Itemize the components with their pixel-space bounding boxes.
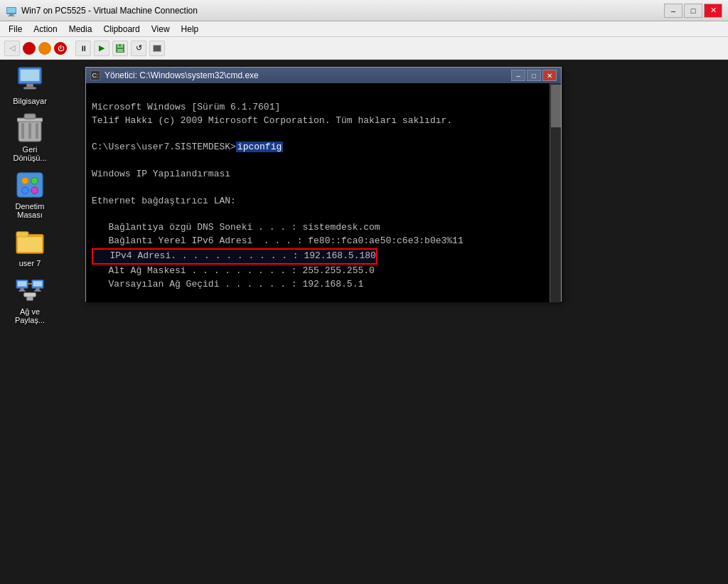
cmd-icon: C: <box>90 70 100 80</box>
svg-rect-11 <box>21 70 40 81</box>
toolbar: ◁ ⏻ ⏸ ▶ ↺ <box>0 37 728 60</box>
desktop-icon-network[interactable]: Ağ vePaylaş... <box>6 276 54 324</box>
recycle-icon-label: GeriDönüşü... <box>13 145 46 162</box>
toolbar-save[interactable] <box>112 41 128 56</box>
cmd-ipconfig-highlight: ipconfig <box>236 142 283 152</box>
user-folder-icon <box>16 228 44 256</box>
svg-rect-33 <box>33 281 43 286</box>
svg-point-23 <box>22 187 29 194</box>
desktop: Bilgisayar GeriDönüşü... <box>0 60 728 584</box>
cmd-line-4 <box>92 155 97 166</box>
svg-rect-34 <box>36 288 39 290</box>
desktop-icon-ctrlpanel[interactable]: DenetimMasası <box>6 171 54 219</box>
toolbar-back[interactable]: ◁ <box>4 41 20 56</box>
cmd-prompt-line: C:\Users\user7.SISTEMDESK>ipconfig <box>92 142 283 152</box>
cmd-maximize-btn[interactable]: □ <box>527 70 541 81</box>
menu-file[interactable]: File <box>3 23 28 36</box>
cmd-scrollbar[interactable] <box>550 83 561 302</box>
cmd-line-8 <box>92 209 97 220</box>
svg-rect-5 <box>117 49 123 52</box>
window-title: Win7 on PC5525 - Virtual Machine Connect… <box>21 6 664 16</box>
toolbar-revert[interactable]: ↺ <box>131 41 146 56</box>
cmd-line-10: Bağlantı Yerel IPv6 Adresi . . . : fe80:… <box>92 235 464 246</box>
toolbar-pause[interactable]: ⏸ <box>75 41 91 56</box>
svg-rect-2 <box>9 14 14 16</box>
svg-point-22 <box>31 178 38 185</box>
cmd-line-9: Bağlantıya özgü DNS Soneki . . . : siste… <box>92 222 380 233</box>
ctrlpanel-icon <box>16 171 44 199</box>
cmd-title-controls: – □ ✕ <box>511 70 557 81</box>
cmd-window: C: Yönetici: C:\Windows\system32\cmd.exe… <box>85 67 562 302</box>
recycle-icon <box>16 114 44 142</box>
svg-rect-38 <box>24 293 36 297</box>
menu-help[interactable]: Help <box>176 23 205 36</box>
toolbar-snapshot[interactable] <box>149 41 165 56</box>
cmd-line-6 <box>92 182 97 193</box>
computer-icon-label: Bilgisayar <box>13 97 47 105</box>
close-button[interactable]: ✕ <box>704 4 722 18</box>
cmd-line-13: Varsayılan Ağ Geçidi . . . . . . : 192.1… <box>92 279 363 290</box>
cmd-title-text: Yönetici: C:\Windows\system32\cmd.exe <box>105 70 511 80</box>
svg-rect-13 <box>23 87 36 89</box>
cmd-line-7: Ethernet bağdaştırıcı LAN: <box>92 196 236 206</box>
cmd-body[interactable]: Microsoft Windows [Sürüm 6.1.7601] Telif… <box>86 83 561 302</box>
cmd-title-bar: C: Yönetici: C:\Windows\system32\cmd.exe… <box>86 68 561 83</box>
desktop-icon-computer[interactable]: Bilgisayar <box>6 65 54 105</box>
svg-rect-30 <box>20 288 23 290</box>
network-icon <box>16 276 44 304</box>
desktop-icon-recycle[interactable]: GeriDönüşü... <box>6 114 54 162</box>
window-icon <box>6 5 17 16</box>
cmd-line-12: Alt Ağ Maskesi . . . . . . . . . : 255.2… <box>92 265 375 276</box>
window-controls: – □ ✕ <box>664 4 722 18</box>
network-icon-label: Ağ vePaylaş... <box>15 307 45 324</box>
svg-rect-9 <box>154 46 161 51</box>
menu-action[interactable]: Action <box>28 23 63 36</box>
minimize-button[interactable]: – <box>664 4 682 18</box>
svg-rect-31 <box>19 290 26 292</box>
svg-rect-27 <box>18 237 42 252</box>
svg-rect-3 <box>8 16 15 16</box>
svg-rect-15 <box>21 123 24 139</box>
cmd-line-14 <box>92 292 97 302</box>
svg-rect-26 <box>16 232 28 238</box>
cmd-scroll-thumb <box>551 85 561 127</box>
svg-rect-1 <box>7 8 16 13</box>
toolbar-power[interactable]: ⏻ <box>54 42 67 55</box>
svg-rect-12 <box>26 84 33 87</box>
title-bar: Win7 on PC5525 - Virtual Machine Connect… <box>0 0 728 21</box>
menu-media[interactable]: Media <box>63 23 98 36</box>
cmd-minimize-btn[interactable]: – <box>511 70 525 81</box>
toolbar-stop-orange[interactable] <box>38 42 51 55</box>
toolbar-stop-red[interactable] <box>23 42 36 55</box>
svg-point-24 <box>31 187 38 194</box>
user-folder-icon-label: user 7 <box>19 259 41 267</box>
computer-icon <box>16 65 44 94</box>
cmd-line-5: Windows IP Yapılandırması <box>92 169 230 179</box>
main-area: Bilgisayar GeriDönüşü... <box>0 60 728 584</box>
svg-rect-20 <box>17 173 43 197</box>
menu-view[interactable]: View <box>146 23 176 36</box>
cmd-ip-highlight: IPv4 Adresi. . . . . . . . . . . : 192.1… <box>92 248 378 265</box>
ctrlpanel-icon-label: DenetimMasası <box>16 202 45 219</box>
menu-bar: File Action Media Clipboard View Help <box>0 21 728 37</box>
svg-rect-35 <box>34 290 41 292</box>
cmd-line-2: Telif Hakkı (c) 2009 Microsoft Corporati… <box>92 115 452 126</box>
svg-point-21 <box>22 178 29 185</box>
cmd-line-1: Microsoft Windows [Sürüm 6.1.7601] <box>92 102 280 112</box>
menu-clipboard[interactable]: Clipboard <box>97 23 145 36</box>
cmd-line-3 <box>92 129 97 139</box>
cmd-close-btn[interactable]: ✕ <box>542 70 557 81</box>
maximize-button[interactable]: □ <box>684 4 702 18</box>
svg-rect-19 <box>24 114 36 119</box>
cmd-output: Microsoft Windows [Sürüm 6.1.7601] Telif… <box>92 87 555 302</box>
svg-rect-7 <box>119 44 121 46</box>
toolbar-play[interactable]: ▶ <box>94 41 109 56</box>
desktop-icon-user[interactable]: user 7 <box>6 228 54 267</box>
svg-rect-17 <box>36 123 38 139</box>
desktop-icons: Bilgisayar GeriDönüşü... <box>6 65 54 324</box>
svg-rect-16 <box>28 123 31 139</box>
svg-rect-29 <box>18 281 27 286</box>
